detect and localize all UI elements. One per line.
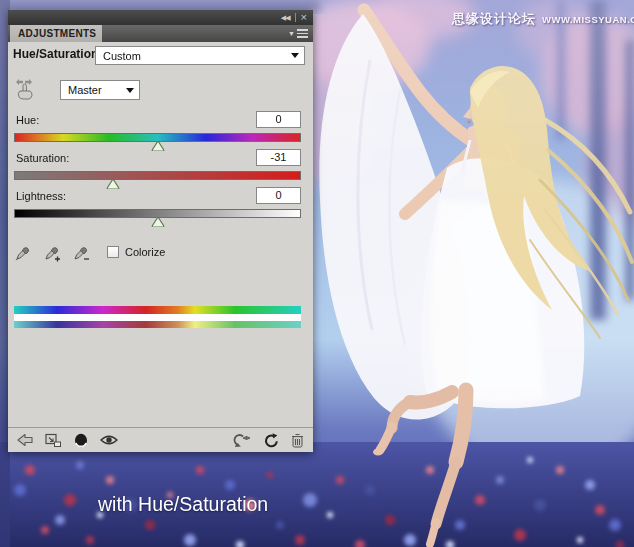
adjustment-title: Hue/Saturation: [13, 47, 98, 61]
chevron-down-icon: [126, 88, 134, 93]
targeted-adjustment-tool-icon[interactable]: [14, 78, 38, 104]
panel-menu-icon[interactable]: ▼: [288, 29, 308, 38]
toggle-visibility-eye-icon[interactable]: [100, 434, 118, 446]
channel-dropdown-value: Master: [68, 84, 102, 96]
output-spectrum-ramp: [14, 321, 301, 328]
collapse-panel-icon[interactable]: ◀◀: [281, 14, 290, 22]
panel-body: Hue/Saturation Custom Master Hue: 0: [8, 42, 313, 427]
saturation-value-field[interactable]: -31: [256, 149, 301, 166]
channel-dropdown[interactable]: Master: [60, 80, 140, 100]
tab-adjustments[interactable]: ADJUSTMENTS: [10, 25, 102, 42]
input-spectrum-ramp: [14, 306, 301, 314]
colorize-control: Colorize: [107, 246, 165, 258]
return-to-adjustment-list-icon[interactable]: [17, 433, 33, 447]
saturation-gradient-bar[interactable]: [14, 171, 301, 180]
spectrum-ramps: [14, 306, 301, 328]
lightness-value-field[interactable]: 0: [256, 187, 301, 204]
clip-to-layer-icon[interactable]: [45, 433, 62, 448]
watermark-site-url: WWW.MISSYUAN.COM: [542, 14, 634, 25]
ramp-gap: [14, 314, 301, 321]
lightness-label: Lightness:: [16, 190, 66, 202]
panel-toolbar: [8, 427, 313, 452]
saturation-slider-thumb[interactable]: [107, 179, 120, 191]
panel-state-circle-icon[interactable]: [74, 433, 88, 448]
view-previous-state-icon[interactable]: [231, 433, 252, 447]
subtract-eyedropper-icon[interactable]: [72, 244, 90, 262]
preset-dropdown[interactable]: Custom: [95, 46, 305, 65]
tab-adjustments-label: ADJUSTMENTS: [18, 28, 96, 39]
hue-slider-thumb[interactable]: [151, 141, 164, 153]
hue-value-field[interactable]: 0: [256, 111, 301, 128]
titlebar-divider: [295, 13, 296, 22]
lightness-slider: [14, 209, 301, 229]
sample-eyedropper-icon[interactable]: [14, 244, 32, 262]
add-eyedropper-icon[interactable]: [43, 244, 61, 262]
watermark: 思缘设计论坛 WWW.MISSYUAN.COM: [452, 10, 634, 28]
preset-dropdown-value: Custom: [103, 50, 141, 62]
colorize-checkbox[interactable]: [107, 246, 119, 258]
saturation-label: Saturation:: [16, 152, 69, 164]
hue-label: Hue:: [16, 114, 39, 126]
adjustments-panel: ◀◀ × ADJUSTMENTS ▼ Hue/Saturation Custom: [8, 10, 313, 452]
reset-icon[interactable]: [264, 433, 279, 448]
eyedropper-group: [14, 244, 90, 262]
delete-trash-icon[interactable]: [291, 432, 304, 448]
close-panel-icon[interactable]: ×: [301, 13, 307, 22]
panel-tabbar: ADJUSTMENTS ▼: [8, 25, 313, 42]
image-caption: with Hue/Saturation: [98, 493, 268, 516]
panel-titlebar: ◀◀ ×: [8, 10, 313, 25]
lightness-slider-thumb[interactable]: [151, 217, 164, 229]
screenshot-stage: 思缘设计论坛 WWW.MISSYUAN.COM ◀◀ × ADJUSTMENTS…: [0, 0, 634, 547]
watermark-forum-name: 思缘设计论坛: [452, 10, 536, 28]
chevron-down-icon: [291, 53, 299, 58]
colorize-label: Colorize: [125, 246, 165, 258]
